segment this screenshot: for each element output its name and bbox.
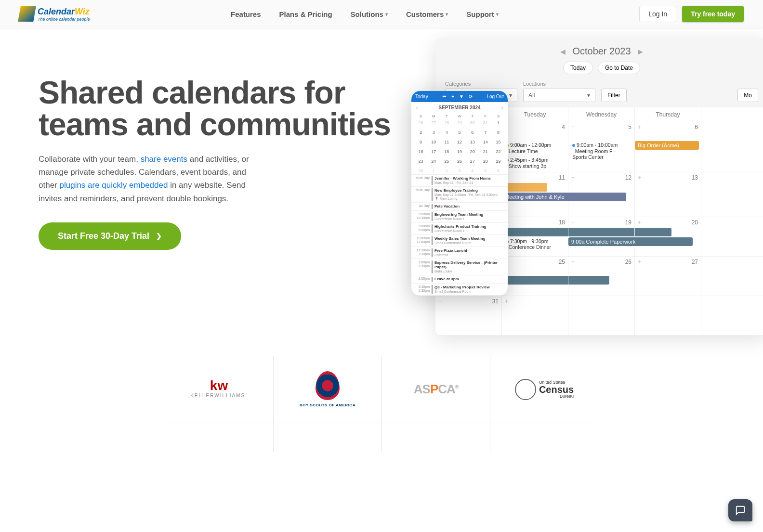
mobile-date[interactable]: 20 (466, 148, 479, 155)
mobile-date[interactable]: 15 (492, 139, 505, 145)
share-events-link[interactable]: share events (141, 155, 187, 164)
mobile-date[interactable]: 4 (466, 168, 479, 174)
mobile-date[interactable]: 30 (466, 119, 479, 126)
mobile-date[interactable]: 5 (453, 129, 466, 136)
mobile-date[interactable]: 1 (492, 119, 505, 126)
mobile-date[interactable]: 26 (453, 158, 466, 165)
mobile-event-item[interactable]: Multi DayNew Employee TrainingMon, Sep 1… (411, 187, 508, 203)
mobile-date[interactable]: 17 (427, 148, 440, 155)
add-event-icon[interactable]: + (638, 259, 641, 265)
mobile-date[interactable]: 11 (440, 139, 453, 145)
mobile-event-item[interactable]: 9:00am 5:00pmHighcharts Product Training… (411, 223, 508, 235)
day-cell[interactable] (701, 122, 763, 172)
day-cell[interactable]: +13 (635, 172, 701, 217)
day-cell[interactable] (701, 217, 763, 257)
mobile-date[interactable]: 27 (427, 119, 440, 126)
mobile-date[interactable]: 30 (414, 168, 427, 174)
mobile-date[interactable]: 27 (466, 158, 479, 165)
day-cell[interactable]: +11 Meeting with John & Kyle (502, 172, 568, 217)
mobile-date[interactable]: 31 (479, 119, 492, 126)
mobile-date[interactable]: 12 (453, 139, 466, 145)
start-trial-button[interactable]: Start Free 30-Day Trial❯ (39, 222, 181, 250)
day-cell[interactable]: +31 (435, 296, 502, 336)
event-item[interactable]: 7:30pm - 9:30pm Conference Dinner (504, 237, 566, 251)
mobile-date[interactable]: 29 (492, 158, 505, 165)
mobile-date[interactable]: 3 (453, 168, 466, 174)
mobile-date[interactable]: 4 (440, 129, 453, 136)
day-cell[interactable]: +4 9:00am - 12:00pm Lecture Time 2:45pm … (502, 122, 568, 172)
add-event-icon[interactable]: + (571, 124, 575, 130)
filter-icon[interactable]: ▼ (459, 94, 464, 99)
add-event-icon[interactable]: + (505, 298, 508, 305)
mobile-date[interactable]: 19 (453, 148, 466, 155)
list-icon[interactable]: ☰ (442, 94, 447, 99)
mobile-date[interactable]: 1 (427, 168, 440, 174)
plus-icon[interactable]: + (451, 94, 454, 99)
mobile-date[interactable]: 13 (466, 139, 479, 145)
add-event-icon[interactable]: + (571, 174, 575, 181)
add-event-icon[interactable]: + (438, 298, 442, 305)
mobile-event-item[interactable]: 2:00pm 2:30pmExpress Delivery Service - … (411, 259, 508, 276)
mobile-date[interactable]: 21 (479, 148, 492, 155)
mobile-event-item[interactable]: 9:00am 10:30amEngineering Team MeetingCo… (411, 211, 508, 223)
mobile-event-item[interactable]: 10:00am 12:00pmWeekly Sales Team Meeting… (411, 235, 508, 247)
mobile-date[interactable]: 5 (479, 168, 492, 174)
day-cell[interactable]: +26 (568, 257, 635, 296)
mobile-date[interactable]: 9 (414, 139, 427, 145)
login-button[interactable]: Log In (639, 6, 676, 22)
day-cell[interactable]: +18 7:30pm - 9:30pm Conference Dinner (502, 217, 568, 257)
add-event-icon[interactable]: + (638, 124, 641, 130)
more-button[interactable]: Mo (737, 89, 758, 102)
nav-features[interactable]: Features (231, 10, 261, 18)
mobile-event-item[interactable]: 3:30pm 5:30pmQ3 - Marketing Project Revi… (411, 284, 508, 296)
day-cell[interactable] (701, 172, 763, 217)
mobile-date[interactable]: 7 (479, 129, 492, 136)
mobile-event-item[interactable]: Multi DayJennifer - Working From HomeMon… (411, 175, 508, 187)
add-event-icon[interactable]: + (571, 259, 575, 265)
mobile-date[interactable]: 3 (427, 129, 440, 136)
goto-date-button[interactable]: Go to Date (598, 62, 640, 74)
mobile-date[interactable]: 18 (440, 148, 453, 155)
mobile-date[interactable]: 28 (440, 119, 453, 126)
mobile-date[interactable]: 8 (492, 129, 505, 136)
day-cell[interactable]: +19 9:00a Complete Paperwork (568, 217, 635, 257)
mobile-date[interactable]: 2 (414, 129, 427, 136)
add-event-icon[interactable]: + (638, 174, 641, 181)
day-cell[interactable] (701, 296, 763, 336)
add-event-icon[interactable]: + (638, 219, 641, 226)
day-cell[interactable] (635, 296, 701, 336)
prev-month-button[interactable]: ◀ (560, 48, 566, 55)
mobile-date[interactable]: 29 (453, 119, 466, 126)
refresh-icon[interactable]: ⟳ (469, 94, 473, 99)
mobile-date[interactable]: 24 (427, 158, 440, 165)
mobile-date[interactable]: 6 (492, 168, 505, 174)
nav-support[interactable]: Support▾ (466, 10, 499, 18)
mobile-date[interactable]: 28 (479, 158, 492, 165)
today-button[interactable]: Today (563, 62, 593, 74)
day-cell[interactable]: +6 Big Order (Acme) (635, 122, 701, 172)
mobile-date[interactable]: 25 (440, 158, 453, 165)
mobile-next-month[interactable]: › (501, 105, 503, 110)
day-cell[interactable]: +27 (635, 257, 701, 296)
add-event-icon[interactable]: + (571, 219, 575, 226)
logo[interactable]: CalendarWiz The online calendar people (19, 6, 90, 22)
mobile-event-item[interactable]: 3:00pmLeave at 3pm (411, 275, 508, 284)
plugins-link[interactable]: plugins are quickly embedded (59, 181, 168, 190)
mobile-date[interactable]: 23 (414, 158, 427, 165)
mobile-date[interactable]: 22 (492, 148, 505, 155)
day-cell[interactable]: +12 (568, 172, 635, 217)
mobile-today-button[interactable]: Today (415, 94, 428, 99)
mobile-event-item[interactable]: All DayPete Vacation (411, 203, 508, 211)
event-item[interactable]: 9:00am - 10:00am Meeting Room F - Sports… (570, 141, 632, 161)
mobile-date[interactable]: 10 (427, 139, 440, 145)
day-cell[interactable] (701, 257, 763, 296)
day-cell[interactable]: + (502, 296, 568, 336)
event-item[interactable]: 9:00am - 12:00pm Lecture Time (504, 141, 566, 155)
day-cell[interactable]: +5 9:00am - 10:00am Meeting Room F - Spo… (568, 122, 635, 172)
event-bar[interactable]: Big Order (Acme) (635, 141, 699, 150)
event-item[interactable]: 2:45pm - 3:45pm Show starting 3p (504, 156, 566, 170)
mobile-prev-month[interactable]: ‹ (416, 105, 418, 110)
mobile-date[interactable]: 2 (440, 168, 453, 174)
mobile-date[interactable]: 26 (414, 119, 427, 126)
day-cell[interactable] (568, 296, 635, 336)
